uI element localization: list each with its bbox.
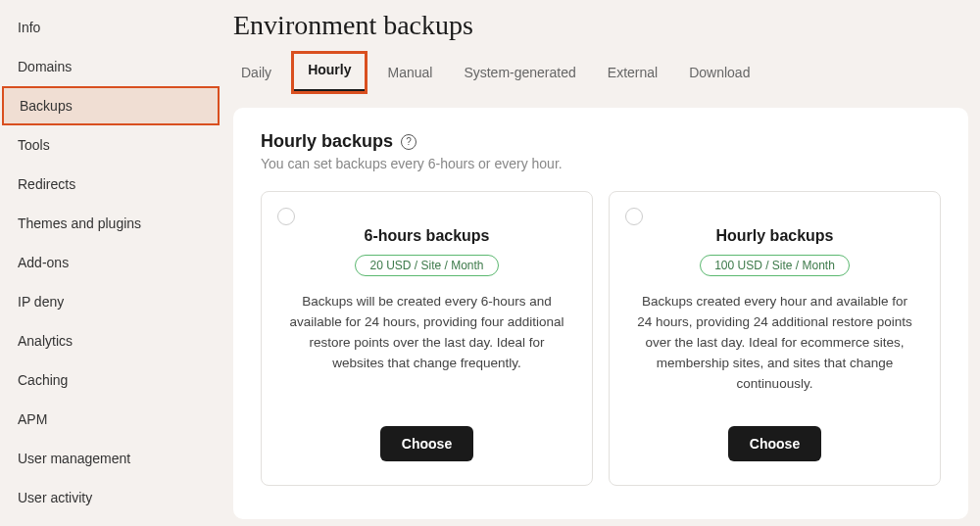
tab-external[interactable]: External xyxy=(606,59,660,86)
sidebar-item-user-activity[interactable]: User activity xyxy=(0,478,218,517)
tab-daily[interactable]: Daily xyxy=(239,59,273,86)
sidebar-item-redirects[interactable]: Redirects xyxy=(0,165,218,204)
plan-price-pill: 100 USD / Site / Month xyxy=(700,255,850,276)
plan-description: Backups created every hour and available… xyxy=(633,292,916,395)
tab-system-generated[interactable]: System-generated xyxy=(462,59,577,86)
sidebar-item-user-management[interactable]: User management xyxy=(0,439,218,478)
tab-hourly[interactable]: Hourly xyxy=(291,51,368,94)
sidebar-item-caching[interactable]: Caching xyxy=(0,360,218,400)
choose-button-6-hours[interactable]: Choose xyxy=(380,426,473,461)
plan-title: 6-hours backups xyxy=(285,227,568,245)
sidebar-item-domains[interactable]: Domains xyxy=(0,47,218,86)
plan-radio-6-hours[interactable] xyxy=(277,208,295,225)
page-title: Environment backups xyxy=(233,10,968,41)
section-header: Hourly backups ? xyxy=(261,131,941,152)
sidebar-item-apm[interactable]: APM xyxy=(0,400,218,439)
section-subtitle: You can set backups every 6-hours or eve… xyxy=(261,156,941,171)
tabs: Daily Hourly Manual System-generated Ext… xyxy=(233,59,968,86)
sidebar-item-themes-and-plugins[interactable]: Themes and plugins xyxy=(0,204,218,243)
section-title: Hourly backups xyxy=(261,131,393,152)
sidebar: Info Domains Backups Tools Redirects The… xyxy=(0,0,218,526)
content-card: Hourly backups ? You can set backups eve… xyxy=(233,108,968,519)
tab-manual[interactable]: Manual xyxy=(385,59,434,86)
sidebar-item-info[interactable]: Info xyxy=(0,8,218,47)
plan-description: Backups will be created every 6-hours an… xyxy=(285,292,568,395)
tab-download[interactable]: Download xyxy=(687,59,752,86)
plan-title: Hourly backups xyxy=(633,227,916,245)
plan-radio-hourly[interactable] xyxy=(625,208,643,225)
sidebar-item-ip-deny[interactable]: IP deny xyxy=(0,282,218,321)
sidebar-item-add-ons[interactable]: Add-ons xyxy=(0,243,218,282)
plan-card-hourly: Hourly backups 100 USD / Site / Month Ba… xyxy=(609,191,941,486)
plan-price-pill: 20 USD / Site / Month xyxy=(355,255,498,276)
help-icon[interactable]: ? xyxy=(401,134,416,150)
sidebar-item-tools[interactable]: Tools xyxy=(0,125,218,165)
sidebar-item-backups[interactable]: Backups xyxy=(2,86,220,125)
sidebar-item-analytics[interactable]: Analytics xyxy=(0,321,218,360)
choose-button-hourly[interactable]: Choose xyxy=(728,426,821,461)
plans-container: 6-hours backups 20 USD / Site / Month Ba… xyxy=(261,191,941,486)
main-content: Environment backups Daily Hourly Manual … xyxy=(218,0,980,526)
plan-card-6-hours: 6-hours backups 20 USD / Site / Month Ba… xyxy=(261,191,593,486)
